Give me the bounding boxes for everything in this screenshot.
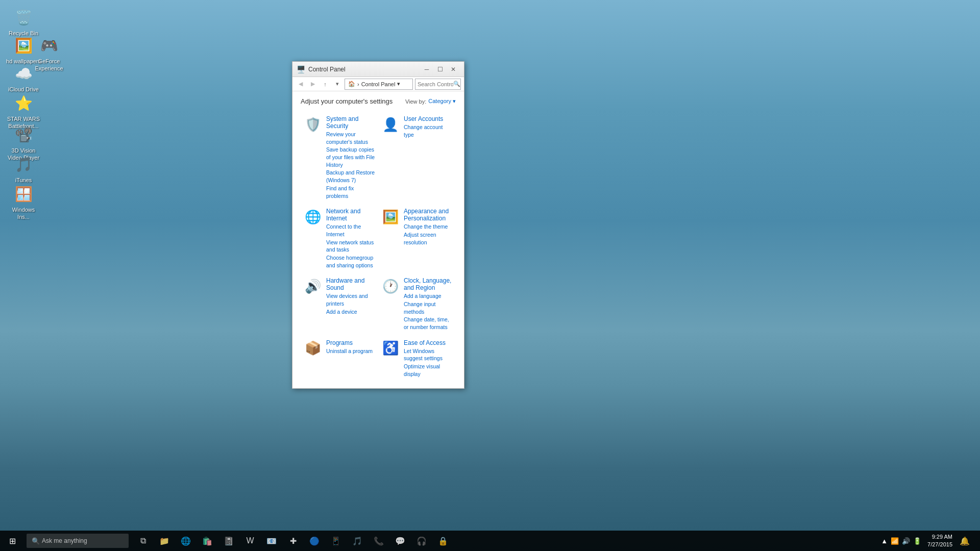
window-content: Adjust your computer's settings View by:… — [292, 91, 464, 388]
desktop-icon-itunes[interactable]: 🎵 iTunes — [4, 152, 43, 186]
cat-link-appearance[interactable]: Adjust screen resolution — [404, 231, 453, 246]
forward-button[interactable]: ▶ — [308, 79, 318, 89]
cat-link-system-security[interactable]: Backup and Restore (Windows 7) — [326, 169, 375, 184]
desktop-icon-label-windows-ins: Windows Ins... — [6, 206, 41, 221]
store-button[interactable]: 🛍️ — [197, 531, 217, 551]
cat-title-ease-of-access[interactable]: Ease of Access — [404, 339, 453, 346]
window-title-icon: 🖥️ — [297, 65, 305, 73]
minimize-button[interactable]: ─ — [420, 63, 433, 76]
cat-icon-clock-language: 🕐 — [381, 277, 400, 295]
extra5-button[interactable]: 💬 — [390, 531, 410, 551]
up-button[interactable]: ↑ — [320, 79, 330, 89]
desktop-icon-image-recycle-bin: 🗑️ — [13, 7, 34, 28]
category-hardware-sound: 🔊 Hardware and Sound View devices and pr… — [301, 273, 378, 335]
start-icon: ⊞ — [9, 536, 16, 546]
desktop-icon-icloud[interactable]: ☁️ iCloud Drive — [4, 61, 43, 95]
cat-title-system-security[interactable]: System and Security — [326, 115, 375, 130]
file-explorer-button[interactable]: 📁 — [154, 531, 175, 551]
window-title-text: Control Panel — [308, 66, 420, 73]
arrow-icon[interactable]: ▲ — [881, 537, 888, 545]
cat-icon-programs: 📦 — [304, 339, 322, 358]
desktop-icon-image-3d-vision: 📽️ — [13, 124, 34, 145]
cat-link-ease-of-access[interactable]: Let Windows suggest settings — [404, 347, 453, 362]
cat-links-user-accounts: Change account type — [404, 123, 453, 138]
category-programs: 📦 Programs Uninstall a program — [301, 335, 378, 382]
cat-links-programs: Uninstall a program — [326, 347, 375, 355]
clock-date: 7/27/2015 — [927, 541, 952, 548]
control-panel-window: 🖥️ Control Panel ─ ☐ ✕ ◀ ▶ ↑ ▾ 🏠 › Contr… — [292, 61, 464, 389]
desktop-icon-image-icloud: ☁️ — [13, 63, 34, 84]
search-box: 🔍 — [415, 79, 461, 90]
content-title: Adjust your computer's settings — [301, 97, 393, 105]
chrome-button[interactable]: 🔵 — [304, 531, 325, 551]
address-text: Control Panel — [361, 81, 396, 87]
volume-icon[interactable]: 🔊 — [902, 537, 910, 545]
cat-link-hardware-sound[interactable]: View devices and printers — [326, 292, 375, 307]
address-path[interactable]: 🏠 › Control Panel ▾ — [345, 79, 413, 90]
close-button[interactable]: ✕ — [447, 63, 460, 76]
cat-content-user-accounts: User Accounts Change account type — [404, 115, 453, 199]
cat-links-appearance: Change the themeAdjust screen resolution — [404, 223, 453, 246]
taskbar-clock[interactable]: 9:29 AM 7/27/2015 — [927, 533, 952, 549]
view-by-label: View by: — [405, 98, 426, 105]
cat-content-appearance: Appearance and Personalization Change th… — [404, 208, 453, 269]
address-separator: › — [357, 81, 359, 87]
cat-title-appearance[interactable]: Appearance and Personalization — [404, 208, 453, 222]
task-view-button[interactable]: ⧉ — [133, 531, 153, 551]
system-tray-icons: ▲ 📶 🔊 🔋 — [881, 537, 921, 545]
outlook-button[interactable]: 📧 — [261, 531, 282, 551]
extra6-button[interactable]: 🎧 — [411, 531, 432, 551]
back-button[interactable]: ◀ — [296, 79, 306, 89]
cat-link-system-security[interactable]: Find and fix problems — [326, 185, 375, 199]
maximize-button[interactable]: ☐ — [433, 63, 447, 76]
cat-link-clock-language[interactable]: Change input methods — [404, 300, 453, 315]
cat-link-clock-language[interactable]: Change date, time, or number formats — [404, 316, 453, 331]
cat-link-hardware-sound[interactable]: Add a device — [326, 308, 375, 316]
extra1-button[interactable]: ✚ — [283, 531, 303, 551]
cat-link-system-security[interactable]: Review your computer's status — [326, 131, 375, 145]
search-input[interactable] — [418, 81, 453, 87]
extra2-button[interactable]: 📱 — [326, 531, 346, 551]
cat-link-appearance[interactable]: Change the theme — [404, 223, 453, 231]
cat-link-network-internet[interactable]: Choose homegroup and sharing options — [326, 254, 375, 269]
clock-time: 9:29 AM — [927, 533, 952, 541]
extra7-button[interactable]: 🔒 — [433, 531, 453, 551]
taskbar-right: ▲ 📶 🔊 🔋 9:29 AM 7/27/2015 🔔 — [881, 531, 980, 551]
cat-title-network-internet[interactable]: Network and Internet — [326, 208, 375, 222]
cat-link-programs[interactable]: Uninstall a program — [326, 347, 375, 355]
word-button[interactable]: W — [240, 531, 260, 551]
cat-title-clock-language[interactable]: Clock, Language, and Region — [404, 277, 453, 291]
battery-icon[interactable]: 🔋 — [913, 537, 921, 545]
desktop-icon-image-windows-ins: 🪟 — [13, 184, 34, 204]
cat-link-network-internet[interactable]: View network status and tasks — [326, 239, 375, 254]
edge-button[interactable]: 🌐 — [176, 531, 196, 551]
taskbar-search-box[interactable]: 🔍 — [27, 534, 129, 548]
onenote-button[interactable]: 📓 — [218, 531, 239, 551]
desktop-icon-image-geforce-exp: 🎮 — [39, 35, 59, 56]
cat-link-network-internet[interactable]: Connect to the Internet — [326, 223, 375, 238]
window-controls: ─ ☐ ✕ — [420, 63, 460, 76]
extra4-button[interactable]: 📞 — [369, 531, 389, 551]
cat-link-user-accounts[interactable]: Change account type — [404, 123, 453, 138]
cat-icon-appearance: 🖼️ — [381, 208, 400, 226]
desktop-icon-windows-ins[interactable]: 🪟 Windows Ins... — [4, 182, 43, 223]
extra3-button[interactable]: 🎵 — [347, 531, 368, 551]
category-system-security: 🛡️ System and Security Review your compu… — [301, 111, 378, 204]
taskbar-search-icon: 🔍 — [32, 537, 40, 545]
network-icon[interactable]: 📶 — [891, 537, 899, 545]
cat-link-clock-language[interactable]: Add a language — [404, 292, 453, 300]
cat-link-system-security[interactable]: Save backup copies of your files with Fi… — [326, 146, 375, 168]
view-by-value[interactable]: Category ▾ — [428, 98, 456, 105]
content-header: Adjust your computer's settings View by:… — [301, 97, 456, 105]
start-button[interactable]: ⊞ — [0, 531, 24, 551]
cat-title-user-accounts[interactable]: User Accounts — [404, 115, 453, 122]
taskbar-search-input[interactable] — [42, 537, 124, 544]
recent-button[interactable]: ▾ — [332, 79, 342, 89]
cat-title-programs[interactable]: Programs — [326, 339, 375, 346]
cat-link-ease-of-access[interactable]: Optimize visual display — [404, 363, 453, 378]
cat-content-network-internet: Network and Internet Connect to the Inte… — [326, 208, 375, 269]
action-center-button[interactable]: 🔔 — [954, 531, 975, 551]
search-icon[interactable]: 🔍 — [453, 81, 460, 87]
cat-title-hardware-sound[interactable]: Hardware and Sound — [326, 277, 375, 291]
taskbar: ⊞ 🔍 ⧉ 📁 🌐 🛍️ 📓 W 📧 ✚ 🔵 📱 🎵 📞 💬 🎧 🔒 ▲ 📶 🔊… — [0, 531, 980, 551]
